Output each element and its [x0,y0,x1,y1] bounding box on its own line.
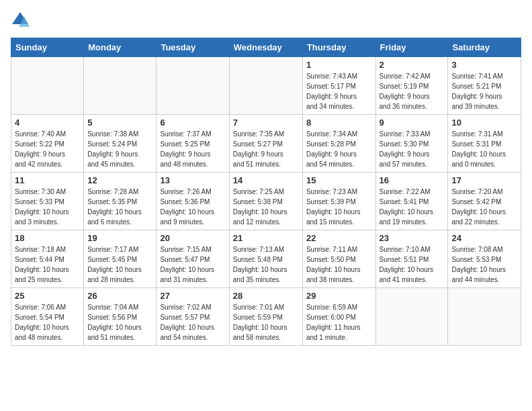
calendar-cell: 4Sunrise: 7:40 AM Sunset: 5:22 PM Daylig… [11,115,84,173]
day-number: 2 [380,60,445,70]
calendar-cell [229,57,302,115]
calendar-cell: 15Sunrise: 7:23 AM Sunset: 5:39 PM Dayli… [302,173,375,230]
calendar-cell: 6Sunrise: 7:37 AM Sunset: 5:25 PM Daylig… [157,115,229,173]
day-info: Sunrise: 7:37 AM Sunset: 5:25 PM Dayligh… [160,129,225,169]
day-number: 23 [380,233,445,243]
calendar-week-row: 25Sunrise: 7:06 AM Sunset: 5:54 PM Dayli… [11,288,521,346]
day-info: Sunrise: 7:23 AM Sunset: 5:39 PM Dayligh… [306,187,372,227]
calendar-cell: 28Sunrise: 7:01 AM Sunset: 5:59 PM Dayli… [229,288,302,346]
header [11,11,521,30]
calendar-cell: 10Sunrise: 7:31 AM Sunset: 5:31 PM Dayli… [448,115,521,173]
day-info: Sunrise: 7:06 AM Sunset: 5:54 PM Dayligh… [15,302,80,342]
day-number: 16 [380,175,445,185]
weekday-header: Monday [84,38,157,57]
day-info: Sunrise: 7:25 AM Sunset: 5:38 PM Dayligh… [233,187,299,227]
day-info: Sunrise: 7:35 AM Sunset: 5:27 PM Dayligh… [233,129,299,169]
day-number: 26 [87,291,152,301]
day-number: 11 [15,175,80,185]
weekday-header: Friday [375,38,448,57]
day-info: Sunrise: 7:41 AM Sunset: 5:21 PM Dayligh… [451,71,517,111]
calendar-cell: 19Sunrise: 7:17 AM Sunset: 5:45 PM Dayli… [84,230,157,288]
day-info: Sunrise: 7:20 AM Sunset: 5:42 PM Dayligh… [451,187,517,227]
calendar-cell: 26Sunrise: 7:04 AM Sunset: 5:56 PM Dayli… [84,288,157,346]
calendar-week-row: 4Sunrise: 7:40 AM Sunset: 5:22 PM Daylig… [11,115,521,173]
calendar-week-row: 11Sunrise: 7:30 AM Sunset: 5:33 PM Dayli… [11,173,521,230]
calendar: SundayMondayTuesdayWednesdayThursdayFrid… [11,38,521,346]
calendar-cell: 18Sunrise: 7:18 AM Sunset: 5:44 PM Dayli… [11,230,84,288]
day-info: Sunrise: 7:42 AM Sunset: 5:19 PM Dayligh… [380,71,445,111]
day-info: Sunrise: 7:10 AM Sunset: 5:51 PM Dayligh… [380,244,445,285]
calendar-cell: 25Sunrise: 7:06 AM Sunset: 5:54 PM Dayli… [11,288,84,346]
day-number: 13 [160,175,225,185]
day-number: 19 [87,233,152,243]
calendar-cell: 23Sunrise: 7:10 AM Sunset: 5:51 PM Dayli… [375,230,448,288]
day-number: 24 [451,233,517,243]
calendar-cell: 22Sunrise: 7:11 AM Sunset: 5:50 PM Dayli… [302,230,375,288]
calendar-cell [448,288,521,346]
logo [11,11,32,30]
day-info: Sunrise: 7:08 AM Sunset: 5:53 PM Dayligh… [451,244,517,285]
day-info: Sunrise: 7:26 AM Sunset: 5:36 PM Dayligh… [160,187,225,227]
day-number: 18 [15,233,80,243]
day-info: Sunrise: 6:59 AM Sunset: 6:00 PM Dayligh… [306,302,372,342]
logo-icon [11,11,30,30]
day-number: 10 [451,118,517,128]
weekday-header: Sunday [11,38,84,57]
day-number: 3 [451,60,517,70]
calendar-cell: 17Sunrise: 7:20 AM Sunset: 5:42 PM Dayli… [448,173,521,230]
day-info: Sunrise: 7:18 AM Sunset: 5:44 PM Dayligh… [15,244,80,285]
calendar-cell: 7Sunrise: 7:35 AM Sunset: 5:27 PM Daylig… [229,115,302,173]
day-number: 4 [15,118,80,128]
day-number: 29 [306,291,372,301]
day-number: 14 [233,175,299,185]
day-number: 9 [380,118,445,128]
calendar-cell: 21Sunrise: 7:13 AM Sunset: 5:48 PM Dayli… [229,230,302,288]
day-info: Sunrise: 7:13 AM Sunset: 5:48 PM Dayligh… [233,244,299,285]
calendar-cell: 11Sunrise: 7:30 AM Sunset: 5:33 PM Dayli… [11,173,84,230]
calendar-cell: 20Sunrise: 7:15 AM Sunset: 5:47 PM Dayli… [157,230,229,288]
calendar-cell: 5Sunrise: 7:38 AM Sunset: 5:24 PM Daylig… [84,115,157,173]
day-info: Sunrise: 7:31 AM Sunset: 5:31 PM Dayligh… [451,129,517,169]
day-info: Sunrise: 7:38 AM Sunset: 5:24 PM Dayligh… [87,129,152,169]
day-info: Sunrise: 7:04 AM Sunset: 5:56 PM Dayligh… [87,302,152,342]
day-number: 28 [233,291,299,301]
calendar-cell: 3Sunrise: 7:41 AM Sunset: 5:21 PM Daylig… [448,57,521,115]
day-number: 8 [306,118,372,128]
day-info: Sunrise: 7:02 AM Sunset: 5:57 PM Dayligh… [160,302,225,342]
calendar-cell: 13Sunrise: 7:26 AM Sunset: 5:36 PM Dayli… [157,173,229,230]
day-info: Sunrise: 7:33 AM Sunset: 5:30 PM Dayligh… [380,129,445,169]
day-number: 21 [233,233,299,243]
weekday-header: Tuesday [157,38,229,57]
day-info: Sunrise: 7:28 AM Sunset: 5:35 PM Dayligh… [87,187,152,227]
day-info: Sunrise: 7:30 AM Sunset: 5:33 PM Dayligh… [15,187,80,227]
calendar-cell: 1Sunrise: 7:43 AM Sunset: 5:17 PM Daylig… [302,57,375,115]
calendar-cell: 24Sunrise: 7:08 AM Sunset: 5:53 PM Dayli… [448,230,521,288]
day-number: 5 [87,118,152,128]
day-number: 7 [233,118,299,128]
day-info: Sunrise: 7:17 AM Sunset: 5:45 PM Dayligh… [87,244,152,285]
day-number: 12 [87,175,152,185]
day-info: Sunrise: 7:34 AM Sunset: 5:28 PM Dayligh… [306,129,372,169]
calendar-week-row: 18Sunrise: 7:18 AM Sunset: 5:44 PM Dayli… [11,230,521,288]
calendar-cell: 9Sunrise: 7:33 AM Sunset: 5:30 PM Daylig… [375,115,448,173]
day-number: 22 [306,233,372,243]
day-number: 27 [160,291,225,301]
day-info: Sunrise: 7:15 AM Sunset: 5:47 PM Dayligh… [160,244,225,285]
weekday-header: Wednesday [229,38,302,57]
calendar-cell: 2Sunrise: 7:42 AM Sunset: 5:19 PM Daylig… [375,57,448,115]
day-info: Sunrise: 7:22 AM Sunset: 5:41 PM Dayligh… [380,187,445,227]
calendar-week-row: 1Sunrise: 7:43 AM Sunset: 5:17 PM Daylig… [11,57,521,115]
day-number: 25 [15,291,80,301]
day-number: 15 [306,175,372,185]
calendar-cell [375,288,448,346]
weekday-header: Saturday [448,38,521,57]
calendar-header-row: SundayMondayTuesdayWednesdayThursdayFrid… [11,38,521,57]
calendar-cell: 29Sunrise: 6:59 AM Sunset: 6:00 PM Dayli… [302,288,375,346]
day-number: 1 [306,60,372,70]
calendar-cell [11,57,84,115]
weekday-header: Thursday [302,38,375,57]
day-info: Sunrise: 7:11 AM Sunset: 5:50 PM Dayligh… [306,244,372,285]
calendar-cell: 12Sunrise: 7:28 AM Sunset: 5:35 PM Dayli… [84,173,157,230]
day-info: Sunrise: 7:43 AM Sunset: 5:17 PM Dayligh… [306,71,372,111]
day-info: Sunrise: 7:40 AM Sunset: 5:22 PM Dayligh… [15,129,80,169]
